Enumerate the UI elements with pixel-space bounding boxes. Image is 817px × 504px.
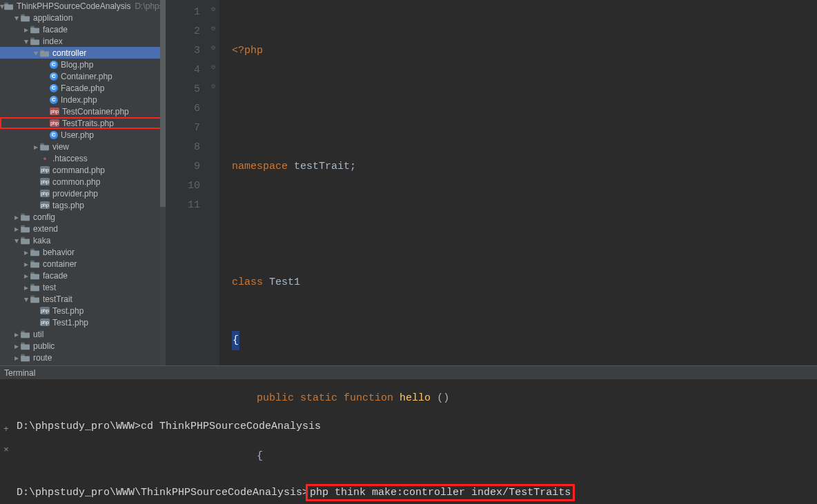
expand-arrow-icon[interactable] xyxy=(22,294,30,304)
expand-arrow-icon[interactable] xyxy=(12,212,21,222)
expand-arrow-icon[interactable] xyxy=(22,25,30,34)
sidebar-scrollbar-thumb[interactable] xyxy=(160,0,166,207)
class-icon: C xyxy=(50,84,58,92)
expand-arrow-icon[interactable] xyxy=(22,283,30,292)
tree-item-test1-php[interactable]: phpTest1.php xyxy=(0,316,166,328)
line-number: 9 xyxy=(168,157,200,177)
folder-icon xyxy=(40,142,50,152)
terminal-add-icon[interactable]: + xyxy=(3,421,9,438)
editor-gutter: 1234567891011 xyxy=(166,0,207,365)
expand-arrow-icon[interactable] xyxy=(22,271,30,281)
tree-item-controller[interactable]: controller xyxy=(0,47,166,59)
tree-item-application[interactable]: application xyxy=(0,12,166,23)
tree-item-common-php[interactable]: phpcommon.php xyxy=(0,176,166,188)
tree-item-tags-php[interactable]: phptags.php xyxy=(0,199,166,211)
tree-item-testcontainer-php[interactable]: phpTestContainer.php xyxy=(0,105,166,117)
expand-arrow-icon[interactable] xyxy=(12,224,21,234)
php-file-icon: php xyxy=(40,190,50,197)
expand-arrow-icon[interactable] xyxy=(32,142,40,152)
tree-item-util[interactable]: util xyxy=(0,328,166,340)
tree-item-command-php[interactable]: phpcommand.php xyxy=(0,164,166,176)
code-editor[interactable]: 1234567891011 ⊖⊖⊖⊝⊝ <?php namespace test… xyxy=(166,0,817,365)
tree-item-index-php[interactable]: CIndex.php xyxy=(0,94,166,105)
class-icon: C xyxy=(50,72,58,81)
expand-arrow-icon[interactable] xyxy=(12,353,21,363)
tree-item-public[interactable]: public xyxy=(0,340,166,352)
tree-item-provider-php[interactable]: phpprovider.php xyxy=(0,188,166,199)
folder-icon xyxy=(30,25,40,34)
tree-item-config[interactable]: config xyxy=(0,211,166,223)
line-number: 11 xyxy=(168,196,200,215)
fold-marker-icon[interactable]: ⊝ xyxy=(207,77,219,97)
expand-arrow-icon[interactable] xyxy=(12,341,21,351)
tree-item-label: Test1.php xyxy=(52,318,88,327)
tree-item-facade-php[interactable]: CFacade.php xyxy=(0,82,166,94)
tree-item-label: container xyxy=(43,259,77,269)
tree-item-route[interactable]: route xyxy=(0,352,166,363)
php-file-icon: php xyxy=(50,119,59,127)
fold-marker-icon[interactable]: ⊖ xyxy=(207,0,219,19)
line-number: 7 xyxy=(168,119,200,138)
line-number: 10 xyxy=(168,177,200,196)
tree-item-label: config xyxy=(33,212,55,222)
tree-item-test[interactable]: test xyxy=(0,281,166,293)
tree-item-view[interactable]: view xyxy=(0,141,166,152)
tree-item-label: provider.php xyxy=(52,189,98,199)
tree-item-blog-php[interactable]: CBlog.php xyxy=(0,59,166,70)
tree-item-facade[interactable]: facade xyxy=(0,270,166,281)
open-brace-highlight: { xyxy=(232,331,239,350)
line-number: 6 xyxy=(168,99,200,119)
tree-item-extend[interactable]: extend xyxy=(0,223,166,234)
tree-item-user-php[interactable]: CUser.php xyxy=(0,129,166,141)
tree-item-thinkphpsourcecodeanalysis[interactable]: ThinkPHPSourceCodeAnalysisD:\phpstudy xyxy=(0,0,166,12)
line-number: 5 xyxy=(168,80,200,99)
expand-arrow-icon[interactable] xyxy=(32,48,40,58)
line-number: 3 xyxy=(168,41,200,61)
tree-item-kaka[interactable]: kaka xyxy=(0,234,166,246)
folder-icon xyxy=(30,259,40,269)
folder-icon xyxy=(21,212,30,222)
expand-arrow-icon[interactable] xyxy=(22,248,30,257)
tree-item-testtraits-php[interactable]: phpTestTraits.php xyxy=(0,117,166,129)
tree-item-label: Test.php xyxy=(52,306,83,316)
tree-item-label: route xyxy=(33,353,52,363)
tree-item-label: controller xyxy=(52,48,86,58)
php-file-icon: php xyxy=(40,178,50,185)
terminal-close-icon[interactable]: × xyxy=(3,442,9,458)
sidebar-scrollbar-track[interactable] xyxy=(160,0,166,365)
expand-arrow-icon[interactable] xyxy=(22,259,30,269)
tree-item-behavior[interactable]: behavior xyxy=(0,246,166,258)
tree-item-test-php[interactable]: phpTest.php xyxy=(0,305,166,316)
fold-marker-icon[interactable]: ⊖ xyxy=(207,39,219,58)
tree-item--htaccess[interactable]: ●.htaccess xyxy=(0,152,166,164)
expand-arrow-icon[interactable] xyxy=(12,330,21,339)
class-icon: C xyxy=(50,61,58,69)
project-tree[interactable]: ThinkPHPSourceCodeAnalysisD:\phpstudyapp… xyxy=(0,0,166,365)
expand-arrow-icon[interactable] xyxy=(12,13,21,23)
folder-icon xyxy=(30,271,40,281)
tree-item-container[interactable]: container xyxy=(0,258,166,270)
folder-icon xyxy=(30,294,40,304)
fold-marker-icon[interactable]: ⊖ xyxy=(207,19,219,39)
tree-item-container-php[interactable]: CContainer.php xyxy=(0,70,166,82)
line-number: 8 xyxy=(168,138,200,157)
editor-code-area[interactable]: <?php namespace testTrait; class Test1 {… xyxy=(219,0,817,365)
fold-marker-icon[interactable]: ⊝ xyxy=(207,58,219,77)
folder-icon xyxy=(30,283,40,292)
php-file-icon: php xyxy=(40,201,50,209)
editor-fold-column[interactable]: ⊖⊖⊖⊝⊝ xyxy=(207,0,219,365)
tree-item-label: public xyxy=(33,341,55,351)
expand-arrow-icon[interactable] xyxy=(22,37,30,46)
tree-item-label: facade xyxy=(43,25,68,34)
tree-item-testtrait[interactable]: testTrait xyxy=(0,293,166,305)
tree-item-facade[interactable]: facade xyxy=(0,23,166,35)
terminal-line: D:\phpstudy_pro\WWW>cd ThinkPHPSourceCod… xyxy=(17,419,805,435)
terminal-output[interactable]: + × D:\phpstudy_pro\WWW>cd ThinkPHPSourc… xyxy=(0,380,817,504)
line-number: 2 xyxy=(168,22,200,41)
folder-icon xyxy=(30,248,40,257)
terminal-panel[interactable]: Terminal + × D:\phpstudy_pro\WWW>cd Thin… xyxy=(0,365,817,504)
tree-item-label: TestTraits.php xyxy=(62,119,114,128)
folder-icon xyxy=(21,236,30,245)
expand-arrow-icon[interactable] xyxy=(12,236,21,245)
tree-item-index[interactable]: index xyxy=(0,35,166,47)
